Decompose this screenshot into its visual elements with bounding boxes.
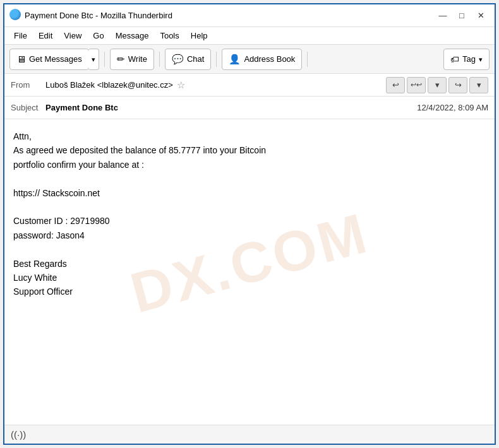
title-bar: Payment Done Btc - Mozilla Thunderbird —… bbox=[4, 4, 495, 27]
menu-file[interactable]: File bbox=[9, 29, 32, 42]
reply-button[interactable]: ↩ bbox=[386, 77, 405, 93]
toolbar-separator-2 bbox=[159, 52, 160, 67]
body-line-2: As agreed we deposited the balance of 85… bbox=[13, 143, 486, 157]
address-book-icon bbox=[229, 54, 241, 65]
body-line-customerid: Customer ID : 29719980 bbox=[13, 214, 486, 228]
tag-label: Tag bbox=[462, 54, 476, 64]
tag-dropdown-icon bbox=[479, 54, 483, 64]
app-icon bbox=[9, 9, 21, 22]
from-label: From bbox=[11, 80, 45, 90]
close-button[interactable]: ✕ bbox=[472, 9, 490, 23]
address-book-button[interactable]: Address Book bbox=[222, 49, 302, 70]
write-label: Write bbox=[128, 54, 147, 64]
tag-icon bbox=[450, 54, 459, 64]
menu-help[interactable]: Help bbox=[186, 29, 212, 42]
toolbar-separator-3 bbox=[216, 52, 217, 67]
body-line-blank-1 bbox=[13, 172, 486, 186]
reply-icon: ↩ bbox=[392, 80, 399, 90]
star-icon[interactable] bbox=[177, 80, 185, 91]
window-controls: — □ ✕ bbox=[434, 9, 490, 23]
connection-status-icon: ((·)) bbox=[11, 429, 26, 440]
get-messages-button[interactable]: Get Messages bbox=[9, 49, 89, 70]
from-row: From Luboš Blažek <lblazek@unitec.cz> ↩ … bbox=[4, 74, 495, 97]
chat-icon bbox=[172, 54, 184, 65]
more-reply-dropdown[interactable]: ▾ bbox=[428, 77, 447, 93]
body-line-title: Support Officer bbox=[13, 285, 486, 298]
toolbar-separator-4 bbox=[307, 52, 308, 67]
body-line-url: https:// Stackscoin.net bbox=[13, 186, 486, 200]
subject-label: Subject bbox=[11, 103, 45, 112]
status-bar: ((·)) bbox=[4, 425, 495, 444]
address-book-label: Address Book bbox=[244, 54, 295, 64]
body-line-3: portfolio confirm your balance at : bbox=[13, 158, 486, 172]
write-button[interactable]: Write bbox=[110, 49, 154, 70]
forward-button[interactable]: ↪ bbox=[448, 77, 467, 93]
body-line-blank-3 bbox=[13, 242, 486, 256]
email-body: DX.COM Attn, As agreed we deposited the … bbox=[4, 119, 495, 425]
email-content: Attn, As agreed we deposited the balance… bbox=[13, 129, 486, 299]
toolbar-separator-1 bbox=[104, 52, 105, 67]
subject-row: Subject Payment Done Btc 12/4/2022, 8:09… bbox=[4, 97, 495, 119]
chevron-down-icon bbox=[92, 55, 95, 64]
get-messages-label: Get Messages bbox=[29, 54, 82, 64]
tag-button[interactable]: Tag bbox=[443, 49, 490, 70]
chat-button[interactable]: Chat bbox=[165, 49, 211, 70]
body-line-1: Attn, bbox=[13, 129, 486, 143]
menu-message[interactable]: Message bbox=[111, 29, 153, 42]
body-line-password: password: Jason4 bbox=[13, 228, 486, 242]
minimize-button[interactable]: — bbox=[434, 9, 452, 23]
body-line-regards: Best Regards bbox=[13, 257, 486, 271]
email-date: 12/4/2022, 8:09 AM bbox=[417, 103, 488, 112]
toolbar: Get Messages Write Chat Address Book Tag bbox=[4, 45, 495, 74]
menu-bar: File Edit View Go Message Tools Help bbox=[4, 27, 495, 45]
body-line-blank-2 bbox=[13, 200, 486, 214]
email-action-buttons: ↩ ↩↩ ▾ ↪ ▾ bbox=[386, 77, 488, 93]
menu-edit[interactable]: Edit bbox=[34, 29, 57, 42]
get-messages-dropdown[interactable] bbox=[88, 49, 99, 70]
menu-go[interactable]: Go bbox=[88, 29, 108, 42]
body-line-name: Lucy White bbox=[13, 271, 486, 285]
reply-all-icon: ↩↩ bbox=[411, 81, 422, 89]
title-bar-left: Payment Done Btc - Mozilla Thunderbird bbox=[9, 9, 172, 22]
thunderbird-window: Payment Done Btc - Mozilla Thunderbird —… bbox=[3, 3, 496, 445]
window-title: Payment Done Btc - Mozilla Thunderbird bbox=[25, 11, 172, 20]
more-forward-dropdown[interactable]: ▾ bbox=[469, 77, 488, 93]
get-messages-icon bbox=[16, 54, 26, 64]
chat-label: Chat bbox=[187, 54, 204, 64]
maximize-button[interactable]: □ bbox=[453, 9, 471, 23]
more-reply-icon: ▾ bbox=[435, 80, 440, 90]
subject-value: Payment Done Btc bbox=[45, 103, 118, 112]
write-icon bbox=[117, 54, 125, 65]
forward-icon: ↪ bbox=[455, 80, 462, 90]
menu-tools[interactable]: Tools bbox=[155, 29, 183, 42]
more-forward-icon: ▾ bbox=[477, 80, 481, 90]
menu-view[interactable]: View bbox=[59, 29, 86, 42]
from-value: Luboš Blažek <lblazek@unitec.cz> bbox=[45, 80, 173, 90]
reply-all-button[interactable]: ↩↩ bbox=[407, 77, 426, 93]
